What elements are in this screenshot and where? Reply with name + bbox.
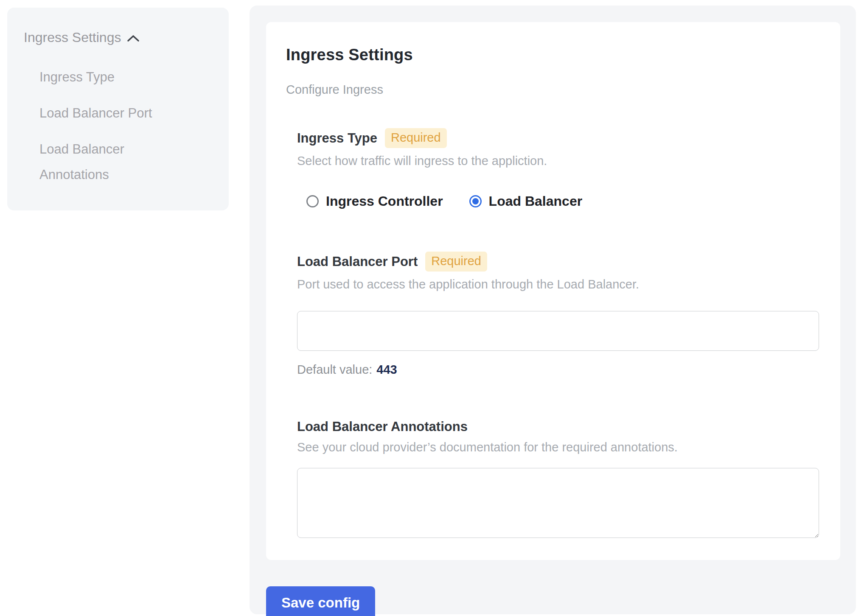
- load-balancer-annotations-heading: Load Balancer Annotations: [297, 419, 468, 434]
- radio-label: Ingress Controller: [326, 193, 443, 209]
- load-balancer-port-heading: Load Balancer Port: [297, 254, 418, 269]
- sidebar-item-load-balancer-annotations[interactable]: Load Balancer Annotations: [39, 137, 180, 188]
- page-subtitle: Configure Ingress: [286, 83, 819, 97]
- sidebar-section-ingress-settings[interactable]: Ingress Settings: [24, 30, 216, 45]
- load-balancer-port-input[interactable]: [297, 311, 819, 351]
- default-value-note: Default value:443: [297, 363, 819, 377]
- ingress-type-description: Select how traffic will ingress to the a…: [297, 154, 819, 168]
- default-value: 443: [376, 363, 397, 376]
- sidebar-item-ingress-type[interactable]: Ingress Type: [39, 64, 180, 90]
- required-badge: Required: [425, 252, 487, 272]
- settings-sidebar: Ingress Settings Ingress Type Load Balan…: [7, 8, 229, 210]
- load-balancer-annotations-textarea[interactable]: [297, 468, 819, 538]
- ingress-settings-card: Ingress Settings Configure Ingress Ingre…: [266, 22, 840, 560]
- chevron-up-icon: [127, 34, 140, 43]
- sidebar-section-label: Ingress Settings: [24, 30, 121, 45]
- radio-circle-icon: [306, 195, 319, 207]
- radio-label: Load Balancer: [489, 193, 583, 209]
- radio-circle-icon: [469, 195, 482, 207]
- required-badge: Required: [385, 128, 447, 148]
- save-config-button[interactable]: Save config: [266, 586, 375, 616]
- main-panel: Ingress Settings Configure Ingress Ingre…: [250, 6, 856, 614]
- ingress-type-heading: Ingress Type: [297, 131, 377, 146]
- section-load-balancer-annotations: Load Balancer Annotations See your cloud…: [286, 419, 819, 538]
- load-balancer-annotations-description: See your cloud provider’s documentation …: [297, 440, 819, 454]
- ingress-type-radio-group: Ingress Controller Load Balancer: [297, 193, 819, 209]
- page-title: Ingress Settings: [286, 46, 819, 64]
- sidebar-item-load-balancer-port[interactable]: Load Balancer Port: [39, 101, 180, 126]
- radio-ingress-controller[interactable]: Ingress Controller: [306, 193, 443, 209]
- section-ingress-type: Ingress Type Required Select how traffic…: [286, 128, 819, 209]
- load-balancer-port-description: Port used to access the application thro…: [297, 277, 819, 291]
- sidebar-item-list: Ingress Type Load Balancer Port Load Bal…: [39, 64, 216, 188]
- section-load-balancer-port: Load Balancer Port Required Port used to…: [286, 252, 819, 377]
- radio-load-balancer[interactable]: Load Balancer: [469, 193, 583, 209]
- default-value-label: Default value:: [297, 363, 372, 376]
